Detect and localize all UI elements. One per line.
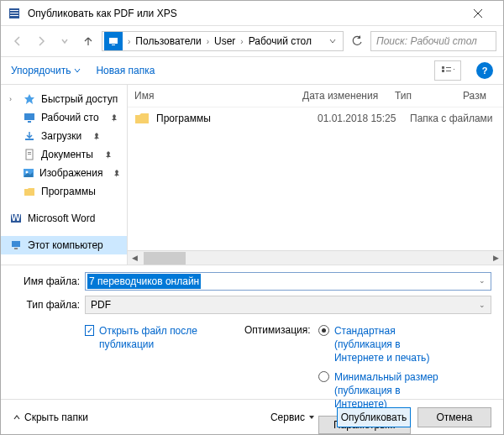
sidebar-label: Быстрый доступ bbox=[41, 93, 118, 105]
svg-rect-6 bbox=[109, 38, 118, 44]
sidebar-pictures[interactable]: Изображения bbox=[1, 164, 127, 182]
chevron-right-icon: › bbox=[203, 37, 213, 46]
svg-rect-10 bbox=[446, 67, 451, 68]
svg-rect-13 bbox=[28, 121, 31, 123]
organize-menu[interactable]: Упорядочить bbox=[11, 65, 81, 76]
view-mode-button[interactable] bbox=[434, 60, 461, 81]
file-row[interactable]: Программы 01.01.2018 15:25 Папка с файла… bbox=[128, 107, 503, 129]
hide-label: Скрыть папки bbox=[24, 411, 88, 423]
cancel-button[interactable]: Отмена bbox=[417, 407, 491, 427]
svg-rect-22 bbox=[12, 241, 20, 247]
svg-text:W: W bbox=[11, 212, 21, 223]
word-icon: W bbox=[9, 212, 23, 225]
radio-icon bbox=[318, 325, 329, 336]
file-list: Программы 01.01.2018 15:25 Папка с файла… bbox=[128, 107, 503, 250]
pc-icon bbox=[9, 238, 23, 252]
radio-icon bbox=[318, 371, 329, 382]
svg-rect-7 bbox=[112, 45, 115, 45]
folder-icon bbox=[134, 111, 150, 126]
sidebar-quick-access[interactable]: › Быстрый доступ bbox=[1, 90, 127, 108]
svg-rect-1 bbox=[10, 10, 18, 11]
svg-rect-14 bbox=[25, 139, 34, 140]
filename-label: Имя файла: bbox=[13, 275, 85, 287]
col-type[interactable]: Тип bbox=[395, 90, 463, 102]
hide-folders-button[interactable]: Скрыть папки bbox=[13, 411, 88, 423]
open-after-checkbox[interactable]: ✓ Открыть файл после публикации bbox=[85, 324, 228, 351]
refresh-button[interactable] bbox=[347, 31, 367, 51]
open-after-label: Открыть файл после публикации bbox=[99, 324, 228, 351]
col-date[interactable]: Дата изменения bbox=[302, 90, 395, 102]
checkbox-icon: ✓ bbox=[85, 325, 94, 336]
chevron-right-icon: › bbox=[9, 95, 18, 103]
sidebar-label: Этот компьютер bbox=[28, 239, 103, 251]
desktop-icon bbox=[23, 111, 36, 124]
titlebar: Опубликовать как PDF или XPS bbox=[1, 1, 503, 26]
up-button[interactable] bbox=[78, 31, 98, 51]
sidebar-label: Программы bbox=[41, 186, 96, 197]
sidebar-label: Рабочий сто bbox=[41, 112, 99, 123]
sidebar-label: Microsoft Word bbox=[28, 212, 95, 224]
col-size[interactable]: Разм bbox=[463, 90, 496, 102]
folder-icon bbox=[23, 185, 36, 198]
filetype-combo[interactable]: PDF ⌄ bbox=[85, 296, 491, 314]
forward-button[interactable] bbox=[31, 31, 51, 51]
crumb-user[interactable]: User bbox=[213, 35, 237, 47]
breadcrumb[interactable]: › Пользователи › User › Рабочий стол bbox=[102, 31, 344, 51]
nav-row: › Пользователи › User › Рабочий стол Пои… bbox=[1, 26, 503, 56]
svg-rect-9 bbox=[442, 70, 444, 72]
filename-value: 7 переводчиков онлайн bbox=[87, 274, 201, 289]
close-button[interactable] bbox=[459, 1, 496, 25]
search-input[interactable]: Поиск: Рабочий стол bbox=[370, 31, 496, 51]
pin-icon bbox=[108, 111, 121, 124]
chevron-down-icon bbox=[308, 414, 315, 421]
breadcrumb-dropdown[interactable] bbox=[324, 38, 341, 45]
recent-button[interactable] bbox=[55, 31, 75, 51]
sidebar-programs[interactable]: Программы bbox=[1, 182, 127, 201]
pin-icon bbox=[102, 148, 115, 161]
svg-rect-11 bbox=[446, 71, 451, 71]
radio-standard[interactable]: Стандартная (публикация в Интернете и пе… bbox=[318, 324, 452, 365]
file-list-header: Имя Дата изменения Тип Разм bbox=[128, 85, 503, 107]
new-folder-button[interactable]: Новая папка bbox=[96, 65, 155, 76]
app-icon bbox=[8, 7, 21, 20]
sidebar-label: Изображения bbox=[39, 167, 102, 179]
filename-input[interactable]: 7 переводчиков онлайн ⌄ bbox=[85, 272, 491, 291]
tools-menu[interactable]: Сервис bbox=[270, 411, 315, 423]
sidebar-network[interactable]: Сеть bbox=[1, 263, 127, 265]
horizontal-scrollbar[interactable]: ◀ ▶ bbox=[128, 250, 503, 265]
svg-rect-3 bbox=[10, 15, 18, 16]
file-type: Папка с файлами bbox=[410, 113, 496, 124]
sidebar: › Быстрый доступ Рабочий сто Загрузки До… bbox=[1, 85, 127, 265]
main-area: › Быстрый доступ Рабочий сто Загрузки До… bbox=[1, 85, 503, 265]
sidebar-this-pc[interactable]: Этот компьютер bbox=[1, 236, 127, 254]
sidebar-desktop[interactable]: Рабочий сто bbox=[1, 108, 127, 127]
col-name[interactable]: Имя bbox=[134, 90, 302, 102]
sidebar-documents[interactable]: Документы bbox=[1, 145, 127, 164]
file-form: Имя файла: 7 переводчиков онлайн ⌄ Тип ф… bbox=[1, 265, 503, 314]
toolbar: Упорядочить Новая папка ? bbox=[1, 56, 503, 85]
sidebar-label: Документы bbox=[41, 149, 93, 160]
svg-rect-17 bbox=[28, 154, 31, 155]
sidebar-label: Загрузки bbox=[41, 130, 81, 142]
publish-button[interactable]: Опубликовать bbox=[337, 407, 411, 427]
svg-rect-2 bbox=[10, 13, 18, 13]
optimize-label: Оптимизация: bbox=[244, 324, 311, 336]
sidebar-downloads[interactable]: Загрузки bbox=[1, 127, 127, 145]
sidebar-word[interactable]: W Microsoft Word bbox=[1, 209, 127, 228]
help-button[interactable]: ? bbox=[476, 62, 493, 79]
scroll-right-icon[interactable]: ▶ bbox=[489, 251, 503, 265]
chevron-down-icon[interactable]: ⌄ bbox=[479, 276, 486, 285]
back-button[interactable] bbox=[8, 31, 28, 51]
file-name: Программы bbox=[156, 113, 318, 124]
pin-icon bbox=[90, 129, 103, 143]
svg-rect-12 bbox=[24, 113, 34, 120]
chevron-right-icon: › bbox=[237, 37, 246, 46]
chevron-down-icon: ⌄ bbox=[479, 301, 486, 309]
crumb-desktop[interactable]: Рабочий стол bbox=[247, 35, 313, 47]
file-date: 01.01.2018 15:25 bbox=[318, 113, 410, 124]
chevron-up-icon bbox=[13, 413, 21, 422]
scroll-thumb[interactable] bbox=[144, 252, 186, 265]
crumb-users[interactable]: Пользователи bbox=[134, 35, 202, 47]
svg-rect-16 bbox=[28, 152, 31, 153]
scroll-left-icon[interactable]: ◀ bbox=[128, 251, 142, 265]
